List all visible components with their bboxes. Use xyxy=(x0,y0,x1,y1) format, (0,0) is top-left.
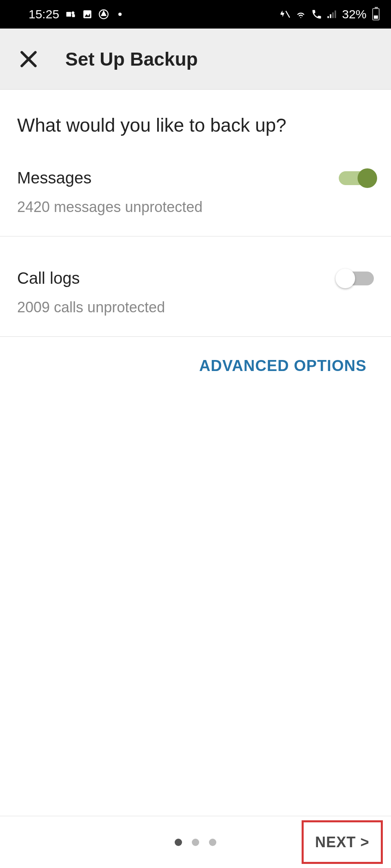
status-time: 15:25 xyxy=(29,7,59,21)
svg-rect-12 xyxy=(335,11,336,18)
option-calllogs-title: Call logs xyxy=(17,269,80,287)
dot-1 xyxy=(175,839,182,846)
option-calllogs-subtitle: 2009 calls unprotected xyxy=(17,299,374,316)
status-bar-right: 32% xyxy=(279,7,380,21)
svg-point-1 xyxy=(71,11,74,14)
dot-2 xyxy=(192,839,199,846)
close-button[interactable] xyxy=(16,47,41,71)
option-messages[interactable]: Messages 2420 messages unprotected xyxy=(0,157,391,236)
dot-icon xyxy=(118,12,122,16)
option-calllogs[interactable]: Call logs 2009 calls unprotected xyxy=(0,236,391,337)
pagination-dots xyxy=(175,839,216,846)
svg-rect-10 xyxy=(330,14,331,18)
svg-rect-9 xyxy=(327,16,329,18)
appstore-icon xyxy=(98,9,109,20)
teams-icon xyxy=(65,9,76,20)
svg-rect-11 xyxy=(332,12,334,18)
svg-line-8 xyxy=(286,11,289,18)
image-icon xyxy=(82,9,93,20)
svg-rect-2 xyxy=(72,14,75,17)
option-messages-title: Messages xyxy=(17,169,91,187)
backup-question: What would you like to back up? xyxy=(0,90,391,157)
footer: NEXT > xyxy=(0,816,391,868)
page-title: Set Up Backup xyxy=(65,48,198,70)
wifi-call-icon xyxy=(311,9,322,20)
wifi-icon xyxy=(295,9,307,20)
svg-marker-6 xyxy=(102,11,106,15)
signal-icon xyxy=(327,9,338,20)
svg-rect-3 xyxy=(83,10,91,18)
svg-point-7 xyxy=(118,13,122,16)
close-icon xyxy=(18,49,39,69)
status-bar: 15:25 xyxy=(0,0,391,29)
toggle-messages[interactable] xyxy=(339,171,374,185)
option-messages-subtitle: 2420 messages unprotected xyxy=(17,199,374,216)
dot-3 xyxy=(209,839,216,846)
next-button[interactable]: NEXT > xyxy=(302,820,383,864)
battery-icon xyxy=(372,8,380,20)
advanced-options-link[interactable]: ADVANCED OPTIONS xyxy=(0,337,391,395)
toggle-calllogs[interactable] xyxy=(339,272,374,285)
status-bar-left: 15:25 xyxy=(29,7,122,21)
main-content: What would you like to back up? Messages… xyxy=(0,90,391,816)
svg-rect-0 xyxy=(67,12,71,17)
battery-percent: 32% xyxy=(342,7,367,21)
vibrate-icon xyxy=(279,9,291,20)
app-bar: Set Up Backup xyxy=(0,29,391,90)
